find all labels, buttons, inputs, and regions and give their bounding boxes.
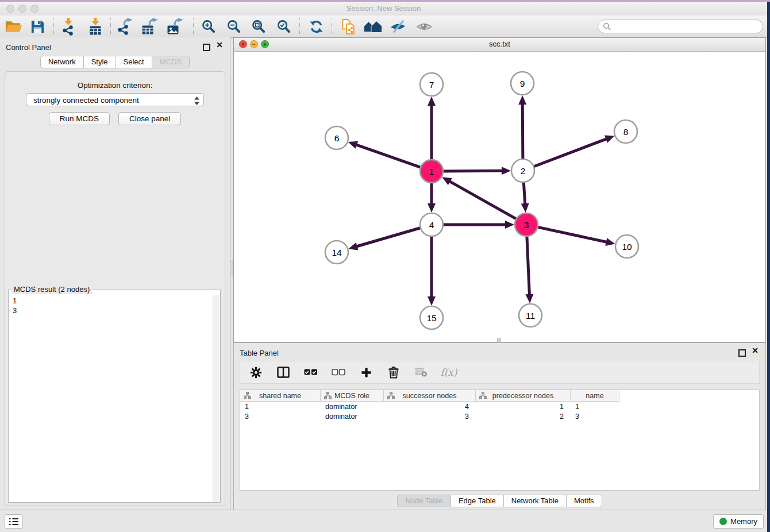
delete-table-button[interactable]: [414, 364, 429, 380]
graph-node-label-6: 6: [334, 133, 340, 143]
zoom-in-button[interactable]: [199, 18, 218, 35]
graph-arrowhead-1-6: [348, 141, 358, 149]
network-window-controls: × − +: [239, 40, 269, 48]
node-table: shared nameMCDS rolesuccessor nodesprede…: [240, 390, 760, 491]
save-session-button[interactable]: [28, 18, 47, 35]
import-table-button[interactable]: [86, 18, 105, 35]
tab-network[interactable]: Network: [40, 56, 84, 68]
tab-mcds[interactable]: MCDS: [152, 56, 190, 68]
graph-edge-3-1[interactable]: [449, 181, 518, 220]
app-window: Session: New Session: [0, 2, 767, 532]
graph-arrowhead-2-3: [521, 203, 529, 213]
save-floppy-icon: [30, 19, 45, 34]
graph-arrowhead-1-7: [428, 97, 436, 106]
tab-motifs[interactable]: Motifs: [566, 495, 602, 507]
unselect-all-columns-button[interactable]: [331, 364, 346, 380]
table-tabs: Node TableEdge TableNetwork TableMotifs: [234, 495, 765, 507]
network-maximize-button[interactable]: +: [261, 40, 269, 48]
function-icon: f(x): [440, 367, 457, 378]
float-table-panel-button[interactable]: [738, 349, 746, 357]
column-header-shared-name[interactable]: shared name: [240, 390, 321, 402]
hide-selected-button[interactable]: [388, 18, 408, 35]
function-builder-button[interactable]: f(x): [441, 364, 456, 380]
first-neighbors-button[interactable]: [363, 18, 383, 35]
network-close-button[interactable]: ×: [239, 40, 247, 48]
table-toolbar: f(x): [240, 361, 760, 384]
mcds-result-box: MCDS result (2 nodes) 13: [8, 285, 221, 503]
tab-edge-table[interactable]: Edge Table: [451, 495, 504, 507]
memory-button[interactable]: Memory: [713, 514, 764, 529]
network-window: × − + scc.txt 7968124314101511: [233, 37, 766, 342]
select-all-columns-button[interactable]: [303, 364, 318, 380]
window-title: Session: New Session: [0, 2, 767, 16]
graph-edge-3-11[interactable]: [527, 234, 530, 296]
mcds-result-scrollbar[interactable]: [213, 295, 220, 502]
column-header-name[interactable]: name: [571, 390, 619, 402]
tab-node-table[interactable]: Node Table: [397, 495, 451, 507]
zoom-selected-button[interactable]: [274, 18, 294, 35]
graph-edge-2-9[interactable]: [522, 103, 523, 161]
network-minimize-button[interactable]: −: [250, 40, 258, 48]
graph-node-label-1: 1: [429, 167, 434, 176]
create-column-button[interactable]: [359, 364, 374, 380]
close-panel-button-2[interactable]: Close panel: [118, 112, 181, 125]
node-table-header: shared nameMCDS rolesuccessor nodesprede…: [240, 390, 759, 402]
window-minimize-button[interactable]: [18, 5, 26, 13]
close-panel-button[interactable]: ✕: [216, 41, 223, 49]
network-resize-handle[interactable]: [497, 338, 501, 342]
table-settings-button[interactable]: [248, 364, 263, 380]
network-canvas[interactable]: 7968124314101511: [234, 51, 765, 342]
show-all-button[interactable]: [414, 18, 434, 35]
table-cell: 1: [476, 403, 571, 411]
delete-column-button[interactable]: [386, 364, 401, 380]
eye-slash-icon: [390, 20, 407, 33]
control-panel-tabs: NetworkStyleSelectMCDS: [0, 56, 230, 68]
clone-network-button[interactable]: [338, 18, 358, 35]
table-cell: 3: [384, 413, 476, 421]
search-input[interactable]: [614, 21, 763, 32]
close-table-panel-button[interactable]: ✕: [752, 346, 759, 354]
graph-edge-3-10[interactable]: [536, 227, 608, 242]
window-zoom-button[interactable]: [30, 5, 38, 13]
export-table-button[interactable]: [141, 18, 160, 35]
graph-arrowhead-1-4: [428, 203, 436, 213]
search-field[interactable]: [598, 20, 763, 33]
export-network-button[interactable]: [116, 18, 136, 35]
open-folder-icon: [5, 19, 22, 34]
apply-layout-button[interactable]: [306, 18, 326, 35]
window-close-button[interactable]: [6, 5, 14, 13]
table-panel: Table Panel ✕: [233, 342, 766, 510]
mcds-result-line: 1: [13, 296, 212, 306]
graph-edge-2-8[interactable]: [532, 138, 607, 167]
table-row[interactable]: 3dominator323: [240, 411, 759, 421]
search-icon: [603, 22, 611, 30]
trash-icon: [388, 365, 399, 379]
tab-network-table[interactable]: Network Table: [503, 495, 567, 507]
mcds-result-area[interactable]: 13: [8, 290, 221, 503]
column-header-predecessor-nodes[interactable]: predecessor nodes: [476, 390, 571, 402]
tab-select[interactable]: Select: [116, 56, 152, 68]
optimization-criterion-select[interactable]: strongly connected component: [26, 93, 204, 106]
column-header-successor-nodes[interactable]: successor nodes: [384, 390, 476, 402]
tab-style[interactable]: Style: [83, 56, 116, 68]
import-network-button[interactable]: [59, 18, 78, 35]
task-history-button[interactable]: [5, 514, 23, 529]
graph-node-label-4: 4: [429, 220, 434, 230]
column-header-mcds-role[interactable]: MCDS role: [321, 390, 384, 402]
memory-status-icon: [719, 518, 727, 525]
run-mcds-button[interactable]: Run MCDS: [49, 112, 110, 125]
graph-edge-1-6[interactable]: [355, 144, 422, 168]
control-panel-title: Control Panel: [6, 43, 51, 52]
table-row[interactable]: 1dominator411: [240, 402, 759, 411]
open-session-button[interactable]: [3, 18, 23, 35]
export-image-button[interactable]: [166, 18, 186, 35]
zoom-fit-button[interactable]: [249, 18, 268, 35]
graph-edge-2-3[interactable]: [523, 180, 525, 205]
zoom-out-button[interactable]: [224, 18, 244, 35]
graph-edge-4-14[interactable]: [356, 228, 422, 247]
show-column-panel-button[interactable]: [276, 364, 291, 380]
zoom-out-icon: [226, 19, 242, 34]
float-panel-button[interactable]: [203, 44, 210, 51]
graph-node-label-7: 7: [429, 80, 434, 90]
graph-edge-1-2[interactable]: [441, 171, 503, 171]
